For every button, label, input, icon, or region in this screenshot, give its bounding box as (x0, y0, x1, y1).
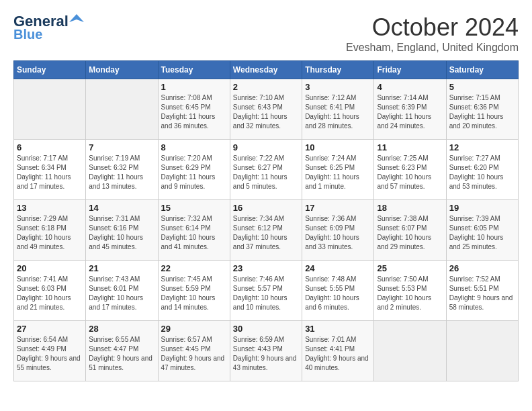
day-info: Sunrise: 7:20 AM Sunset: 6:29 PM Dayligh… (161, 154, 227, 191)
day-info: Sunrise: 7:29 AM Sunset: 6:18 PM Dayligh… (17, 214, 83, 252)
calendar-cell: 27Sunrise: 6:54 AM Sunset: 4:49 PM Dayli… (14, 321, 86, 381)
calendar-cell: 6Sunrise: 7:17 AM Sunset: 6:34 PM Daylig… (14, 140, 86, 200)
day-info: Sunrise: 6:59 AM Sunset: 4:43 PM Dayligh… (233, 335, 299, 373)
calendar-cell: 29Sunrise: 6:57 AM Sunset: 4:45 PM Dayli… (158, 321, 230, 381)
day-info: Sunrise: 7:17 AM Sunset: 6:34 PM Dayligh… (17, 154, 83, 191)
col-friday: Friday (374, 61, 446, 79)
day-number: 31 (305, 324, 371, 334)
calendar-cell: 24Sunrise: 7:48 AM Sunset: 5:55 PM Dayli… (302, 261, 374, 321)
calendar-cell: 19Sunrise: 7:39 AM Sunset: 6:05 PM Dayli… (446, 200, 518, 261)
day-info: Sunrise: 7:01 AM Sunset: 4:41 PM Dayligh… (305, 335, 371, 373)
day-number: 12 (449, 142, 515, 152)
day-number: 21 (89, 263, 154, 273)
calendar-cell: 17Sunrise: 7:36 AM Sunset: 6:09 PM Dayli… (302, 200, 374, 261)
calendar-cell: 10Sunrise: 7:24 AM Sunset: 6:25 PM Dayli… (302, 140, 374, 200)
day-info: Sunrise: 7:12 AM Sunset: 6:41 PM Dayligh… (305, 93, 371, 131)
day-number: 6 (17, 142, 83, 152)
calendar-cell: 4Sunrise: 7:14 AM Sunset: 6:39 PM Daylig… (374, 79, 446, 140)
day-info: Sunrise: 7:32 AM Sunset: 6:14 PM Dayligh… (161, 214, 227, 252)
calendar-cell: 11Sunrise: 7:25 AM Sunset: 6:23 PM Dayli… (374, 140, 446, 200)
calendar-cell: 15Sunrise: 7:32 AM Sunset: 6:14 PM Dayli… (158, 200, 230, 261)
calendar-cell (86, 79, 158, 140)
col-saturday: Saturday (446, 61, 518, 79)
day-number: 5 (449, 82, 515, 92)
day-number: 25 (377, 263, 443, 273)
svg-marker-0 (69, 14, 84, 22)
col-sunday: Sunday (14, 61, 86, 79)
day-info: Sunrise: 7:34 AM Sunset: 6:12 PM Dayligh… (233, 214, 299, 252)
calendar-week-row-4: 20Sunrise: 7:41 AM Sunset: 6:03 PM Dayli… (14, 261, 519, 321)
col-tuesday: Tuesday (158, 61, 230, 79)
title-section: October 2024 Evesham, England, United Ki… (346, 13, 519, 54)
day-info: Sunrise: 7:46 AM Sunset: 5:57 PM Dayligh… (233, 275, 299, 312)
calendar-week-row-5: 27Sunrise: 6:54 AM Sunset: 4:49 PM Dayli… (14, 321, 519, 381)
calendar-cell: 22Sunrise: 7:45 AM Sunset: 5:59 PM Dayli… (158, 261, 230, 321)
day-info: Sunrise: 7:38 AM Sunset: 6:07 PM Dayligh… (377, 214, 443, 252)
day-info: Sunrise: 6:57 AM Sunset: 4:45 PM Dayligh… (161, 335, 227, 373)
day-info: Sunrise: 7:50 AM Sunset: 5:53 PM Dayligh… (377, 275, 443, 312)
day-number: 17 (305, 203, 371, 213)
day-info: Sunrise: 7:27 AM Sunset: 6:20 PM Dayligh… (449, 154, 515, 191)
day-info: Sunrise: 7:41 AM Sunset: 6:03 PM Dayligh… (17, 275, 83, 312)
col-wednesday: Wednesday (230, 61, 302, 79)
logo: General Blue (13, 13, 84, 42)
calendar-week-row-2: 6Sunrise: 7:17 AM Sunset: 6:34 PM Daylig… (14, 140, 519, 200)
day-info: Sunrise: 7:25 AM Sunset: 6:23 PM Dayligh… (377, 154, 443, 191)
col-thursday: Thursday (302, 61, 374, 79)
calendar-cell: 16Sunrise: 7:34 AM Sunset: 6:12 PM Dayli… (230, 200, 302, 261)
day-number: 8 (161, 142, 227, 152)
day-number: 2 (233, 82, 299, 92)
day-number: 10 (305, 142, 371, 152)
logo-bird-icon (69, 13, 84, 28)
day-number: 29 (161, 324, 227, 334)
day-info: Sunrise: 7:24 AM Sunset: 6:25 PM Dayligh… (305, 154, 371, 191)
day-number: 26 (449, 263, 515, 273)
calendar-cell: 8Sunrise: 7:20 AM Sunset: 6:29 PM Daylig… (158, 140, 230, 200)
logo-text-blue: Blue (13, 27, 42, 42)
day-info: Sunrise: 7:19 AM Sunset: 6:32 PM Dayligh… (89, 154, 154, 191)
calendar-week-row-3: 13Sunrise: 7:29 AM Sunset: 6:18 PM Dayli… (14, 200, 519, 261)
day-number: 4 (377, 82, 443, 92)
calendar-table: Sunday Monday Tuesday Wednesday Thursday… (13, 60, 519, 381)
day-info: Sunrise: 7:52 AM Sunset: 5:51 PM Dayligh… (449, 275, 515, 312)
month-title: October 2024 (346, 13, 519, 42)
col-monday: Monday (86, 61, 158, 79)
day-number: 20 (17, 263, 83, 273)
calendar-cell: 12Sunrise: 7:27 AM Sunset: 6:20 PM Dayli… (446, 140, 518, 200)
calendar-cell: 30Sunrise: 6:59 AM Sunset: 4:43 PM Dayli… (230, 321, 302, 381)
calendar-cell: 21Sunrise: 7:43 AM Sunset: 6:01 PM Dayli… (86, 261, 158, 321)
calendar-cell: 9Sunrise: 7:22 AM Sunset: 6:27 PM Daylig… (230, 140, 302, 200)
calendar-cell: 26Sunrise: 7:52 AM Sunset: 5:51 PM Dayli… (446, 261, 518, 321)
day-number: 9 (233, 142, 299, 152)
page-header: General Blue October 2024 Evesham, Engla… (13, 13, 519, 54)
day-number: 1 (161, 82, 227, 92)
calendar-cell: 18Sunrise: 7:38 AM Sunset: 6:07 PM Dayli… (374, 200, 446, 261)
calendar-cell: 3Sunrise: 7:12 AM Sunset: 6:41 PM Daylig… (302, 79, 374, 140)
calendar-cell (14, 79, 86, 140)
day-info: Sunrise: 7:48 AM Sunset: 5:55 PM Dayligh… (305, 275, 371, 312)
day-number: 27 (17, 324, 83, 334)
calendar-cell: 20Sunrise: 7:41 AM Sunset: 6:03 PM Dayli… (14, 261, 86, 321)
day-number: 30 (233, 324, 299, 334)
day-number: 13 (17, 203, 83, 213)
day-info: Sunrise: 7:31 AM Sunset: 6:16 PM Dayligh… (89, 214, 154, 252)
calendar-cell: 7Sunrise: 7:19 AM Sunset: 6:32 PM Daylig… (86, 140, 158, 200)
calendar-cell: 28Sunrise: 6:55 AM Sunset: 4:47 PM Dayli… (86, 321, 158, 381)
day-number: 28 (89, 324, 154, 334)
day-number: 3 (305, 82, 371, 92)
day-number: 15 (161, 203, 227, 213)
day-info: Sunrise: 7:15 AM Sunset: 6:36 PM Dayligh… (449, 93, 515, 131)
day-info: Sunrise: 7:08 AM Sunset: 6:45 PM Dayligh… (161, 93, 227, 131)
day-number: 19 (449, 203, 515, 213)
calendar-header-row: Sunday Monday Tuesday Wednesday Thursday… (14, 61, 519, 79)
day-info: Sunrise: 7:10 AM Sunset: 6:43 PM Dayligh… (233, 93, 299, 131)
day-number: 22 (161, 263, 227, 273)
calendar-cell: 2Sunrise: 7:10 AM Sunset: 6:43 PM Daylig… (230, 79, 302, 140)
day-number: 24 (305, 263, 371, 273)
day-info: Sunrise: 7:43 AM Sunset: 6:01 PM Dayligh… (89, 275, 154, 312)
calendar-cell (446, 321, 518, 381)
day-info: Sunrise: 7:45 AM Sunset: 5:59 PM Dayligh… (161, 275, 227, 312)
calendar-cell: 13Sunrise: 7:29 AM Sunset: 6:18 PM Dayli… (14, 200, 86, 261)
day-number: 16 (233, 203, 299, 213)
day-info: Sunrise: 7:14 AM Sunset: 6:39 PM Dayligh… (377, 93, 443, 131)
